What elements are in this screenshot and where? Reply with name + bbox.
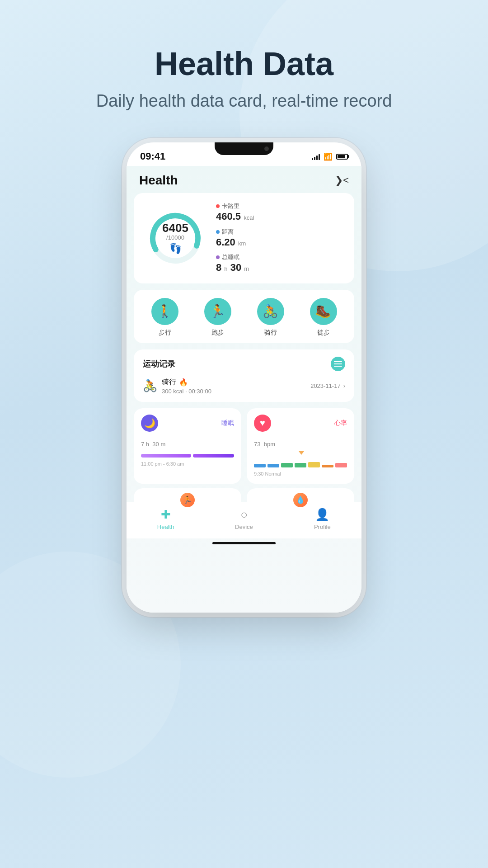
activity-hiking[interactable]: 🥾 徒步: [310, 298, 337, 337]
hbar-7: [335, 463, 347, 467]
walking-icon: 🚶: [151, 298, 178, 325]
hbar-1: [254, 464, 266, 467]
stat-sleep-value: 8 h 30 m: [216, 261, 344, 274]
record-header: 运动记录: [143, 357, 345, 371]
nav-device[interactable]: ○ Device: [226, 508, 262, 530]
record-info: 骑行 🔥 300 kcal · 00:30:00: [162, 377, 211, 395]
stat-sleep: 总睡眠 8 h 30 m: [216, 253, 344, 274]
steps-feet-icon: 👣: [162, 243, 188, 255]
stat-distance-label: 距离: [216, 228, 344, 236]
cycling-icon: 🚴: [257, 298, 284, 325]
app-header: Health ❯<: [127, 166, 361, 193]
peek-icon-right: 💧: [293, 493, 308, 507]
stats-list: 卡路里 460.5 kcal 距离 6.20 km: [216, 202, 344, 274]
stat-distance: 距离 6.20 km: [216, 228, 344, 249]
peek-icon-left: 🏃: [180, 493, 195, 507]
hbar-5: [308, 462, 320, 467]
more-card-right: 💧: [247, 488, 354, 502]
health-nav-icon: ✚: [161, 508, 171, 522]
record-cycling-icon: 🚴: [143, 379, 157, 393]
heart-bpm: 73: [254, 441, 260, 448]
activity-cycling[interactable]: 🚴 骑行: [257, 298, 284, 337]
heart-marker: [299, 451, 304, 455]
distance-dot: [216, 230, 220, 234]
calories-dot: [216, 204, 220, 208]
sleep-value: 7 h 30 m: [141, 435, 234, 449]
nav-health[interactable]: ✚ Health: [148, 508, 184, 530]
record-name-row: 骑行 🔥: [162, 377, 211, 387]
steps-center: 6405 /10000 👣: [162, 222, 188, 255]
running-icon: 🏃: [204, 298, 231, 325]
status-bar: 09:41 📶: [127, 142, 361, 166]
fire-icon: 🔥: [179, 378, 188, 387]
chevron-right-icon: ›: [343, 382, 345, 389]
phone-frame: 09:41 📶 Health ❯: [127, 142, 361, 613]
sleep-minutes: 30: [152, 441, 159, 448]
walking-label: 步行: [159, 329, 171, 337]
heart-header: ♥ 心率: [254, 415, 347, 432]
sleep-dot: [216, 255, 220, 259]
record-name: 骑行: [162, 377, 176, 387]
hbar-6: [322, 465, 333, 467]
record-duration: 00:30:00: [188, 388, 211, 395]
heart-icon: ♥: [254, 415, 271, 432]
running-label: 跑步: [211, 329, 224, 337]
profile-nav-label: Profile: [314, 524, 331, 530]
share-icon[interactable]: ❯<: [335, 175, 349, 186]
record-title: 运动记录: [143, 359, 175, 369]
heart-time: 9:30: [254, 471, 263, 476]
heart-value: 73 bpm: [254, 435, 347, 449]
heart-status: 9:30 Normal: [254, 471, 347, 476]
steps-goal: /10000: [162, 235, 188, 241]
hiking-icon: 🥾: [310, 298, 337, 325]
heart-type-label: 心率: [334, 419, 347, 427]
stat-calories-value: 460.5 kcal: [216, 210, 344, 223]
steps-circle: 6405 /10000 👣: [144, 207, 207, 270]
hiking-label: 徒步: [317, 329, 330, 337]
page-title: Health Data: [155, 45, 333, 82]
sleep-icon: 🌙: [141, 415, 158, 432]
health-nav-label: Health: [157, 524, 174, 530]
battery-icon: [336, 154, 348, 160]
sleep-time-range: 11:00 pm - 6:30 am: [141, 461, 234, 467]
record-menu-icon[interactable]: [331, 357, 345, 371]
sleep-bar-deep: [141, 454, 191, 458]
heart-bars: [254, 454, 347, 467]
more-cards-peek: 🏃 💧: [134, 488, 354, 502]
metrics-row: 🌙 睡眠 7 h 30 m 11:00 pm - 6:30 am: [134, 408, 354, 484]
record-row[interactable]: 🚴 骑行 🔥 300 kcal · 00:30:00: [143, 377, 345, 395]
activity-running[interactable]: 🏃 跑步: [204, 298, 231, 337]
stat-calories-label: 卡路里: [216, 202, 344, 210]
menu-lines-svg: [334, 361, 342, 367]
nav-profile[interactable]: 👤 Profile: [304, 508, 340, 530]
hbar-4: [295, 463, 306, 467]
status-icons: 📶: [312, 152, 348, 161]
activity-walking[interactable]: 🚶 步行: [151, 298, 178, 337]
sleep-header: 🌙 睡眠: [141, 415, 234, 432]
hbar-2: [267, 464, 279, 467]
sleep-type-label: 睡眠: [221, 419, 234, 427]
stat-calories: 卡路里 460.5 kcal: [216, 202, 344, 223]
notch: [215, 142, 273, 155]
signal-icon: [312, 153, 320, 160]
phone-content: Health ❯< 6405 /10000 👣: [127, 166, 361, 613]
exercise-record-card: 运动记录 🚴 骑行: [134, 349, 354, 402]
bottom-nav: ✚ Health ○ Device 👤 Profile: [127, 502, 361, 538]
heart-card: ♥ 心率 73 bpm: [247, 408, 354, 484]
heart-normal: Normal: [265, 471, 281, 476]
home-indicator: [212, 542, 276, 544]
record-row-left: 🚴 骑行 🔥 300 kcal · 00:30:00: [143, 377, 211, 395]
sleep-card: 🌙 睡眠 7 h 30 m 11:00 pm - 6:30 am: [134, 408, 241, 484]
phone-mockup: 09:41 📶 Health ❯: [127, 142, 361, 613]
more-card-left: 🏃: [134, 488, 241, 502]
stat-distance-value: 6.20 km: [216, 236, 344, 249]
steps-count: 6405: [162, 222, 188, 235]
record-calories: 300 kcal: [162, 388, 183, 395]
record-detail: 300 kcal · 00:30:00: [162, 388, 211, 395]
record-date: 2023-11-17: [310, 382, 341, 389]
record-row-right: 2023-11-17 ›: [310, 382, 345, 389]
cycling-label: 骑行: [264, 329, 277, 337]
wifi-icon: 📶: [324, 152, 333, 161]
activity-card: 🚶 步行 🏃 跑步 🚴 骑行 🥾 徒步: [134, 290, 354, 343]
page-subtitle: Daily health data card, real-time record: [96, 91, 392, 111]
